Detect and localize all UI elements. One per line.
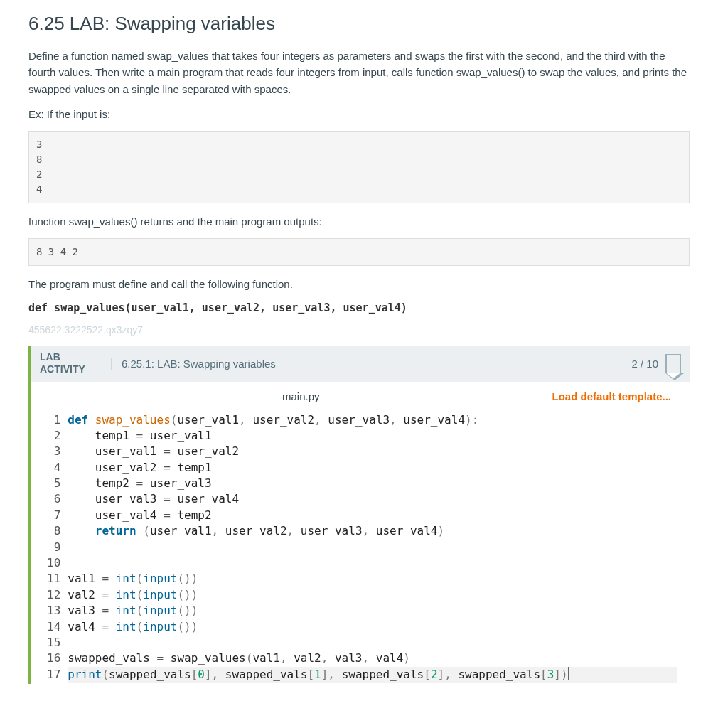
code-content[interactable]: def swap_values(user_val1, user_val2, us… bbox=[68, 411, 677, 685]
load-default-template-link[interactable]: Load default template... bbox=[552, 390, 671, 402]
example-output-intro: function swap_values() returns and the m… bbox=[28, 213, 690, 230]
example-intro: Ex: If the input is: bbox=[28, 106, 690, 122]
activity-title: 6.25.1: LAB: Swapping variables bbox=[111, 358, 631, 370]
code-editor[interactable]: 1234567891011121314151617 def swap_value… bbox=[44, 411, 677, 685]
line-number-gutter: 1234567891011121314151617 bbox=[44, 411, 68, 685]
page-title: 6.25 LAB: Swapping variables bbox=[28, 13, 690, 35]
example-input-box: 3 8 2 4 bbox=[28, 131, 690, 203]
bookmark-icon[interactable] bbox=[665, 354, 681, 373]
must-define-text: The program must define and call the fol… bbox=[28, 276, 690, 292]
lab-activity-panel: LAB ACTIVITY 6.25.1: LAB: Swapping varia… bbox=[28, 346, 690, 685]
activity-badge: LAB ACTIVITY bbox=[40, 351, 111, 376]
filename-label: main.py bbox=[268, 390, 334, 402]
function-signature: def swap_values(user_val1, user_val2, us… bbox=[28, 301, 690, 314]
editor-toolbar: main.py Load default template... bbox=[44, 382, 677, 411]
question-hash-id: 455622.3222522.qx3zqy7 bbox=[28, 324, 690, 336]
problem-description: Define a function named swap_values that… bbox=[28, 48, 690, 97]
example-output-box: 8 3 4 2 bbox=[28, 238, 690, 266]
activity-score: 2 / 10 bbox=[631, 358, 663, 370]
activity-header: LAB ACTIVITY 6.25.1: LAB: Swapping varia… bbox=[31, 346, 690, 382]
